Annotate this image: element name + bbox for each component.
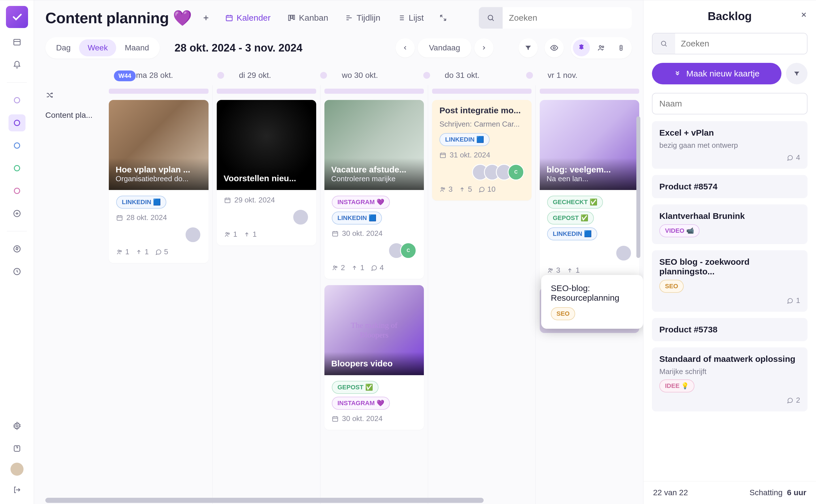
svg-point-17 — [120, 250, 122, 252]
svg-point-4 — [16, 425, 18, 427]
next-icon[interactable] — [474, 38, 494, 57]
svg-point-29 — [551, 269, 553, 270]
topbar: Content planning 💜 Kalender Kanban Tijdl… — [34, 0, 643, 34]
backlog-search — [652, 33, 808, 54]
name-input[interactable] — [653, 93, 807, 114]
tag-seo: SEO — [659, 280, 684, 293]
svg-rect-18 — [225, 198, 230, 203]
circle-3[interactable] — [8, 137, 25, 154]
grouping-toggle — [571, 37, 632, 59]
search-icon[interactable] — [653, 33, 675, 54]
seg-maand[interactable]: Maand — [116, 39, 157, 56]
svg-point-27 — [444, 188, 445, 189]
circle-2-active[interactable] — [8, 114, 25, 131]
search-input[interactable] — [503, 7, 632, 29]
users-stat: 2 — [332, 263, 345, 272]
card-subtitle: Schrijven: Carmen Car... — [440, 120, 524, 129]
card[interactable]: Voorstellen nieu...29 okt. 202411 — [217, 100, 316, 245]
card-image: Vacature afstude...Controleren marijke — [324, 100, 424, 190]
users-stat: 1 — [116, 247, 129, 256]
day-column: Vacature afstude...Controleren marijkeIN… — [320, 85, 428, 504]
tag-gecheckt: GECHECKT ✅ — [547, 196, 603, 209]
backlog-card-title: SEO blog - zoekwoord planningsto... — [659, 257, 800, 276]
tab-lijst-label: Lijst — [409, 13, 424, 23]
avatar-stack: C — [388, 242, 417, 259]
view-segment: Dag Week Maand — [45, 37, 160, 59]
prev-icon[interactable] — [395, 38, 415, 57]
backlog-search-input[interactable] — [675, 33, 807, 54]
tag-linkedin: LINKEDIN 🟦 — [116, 196, 166, 209]
card[interactable]: Vacature afstude...Controleren marijkeIN… — [324, 100, 424, 279]
hover-tooltip: SEO-blog: Resourceplanning SEO — [541, 275, 643, 329]
vertical-scrollbar[interactable] — [636, 116, 640, 258]
tab-kanban[interactable]: Kanban — [282, 10, 333, 26]
tab-lijst[interactable]: Lijst — [392, 10, 429, 26]
add-circle-icon[interactable] — [8, 205, 25, 222]
card[interactable]: Post integratie mo...Schrijven: Carmen C… — [432, 100, 532, 200]
users-stat: 3 — [547, 266, 560, 275]
settings-icon[interactable] — [8, 417, 25, 434]
card[interactable]: The making ofBloopersBloopers videoGEPOS… — [324, 285, 424, 430]
avatar: C — [400, 242, 417, 259]
today-button[interactable]: Vandaag — [418, 38, 472, 57]
search-icon[interactable] — [479, 7, 503, 29]
people-icon[interactable] — [593, 39, 610, 56]
circle-1[interactable] — [8, 92, 25, 109]
user-avatar[interactable] — [10, 463, 24, 476]
seg-dag[interactable]: Dag — [48, 39, 79, 56]
avatar — [292, 209, 309, 225]
left-rail — [0, 0, 34, 504]
backlog-filter-icon[interactable] — [786, 63, 808, 84]
backlog-card[interactable]: Excel + vPlanbezig gaan met ontwerp4 — [652, 121, 808, 169]
seg-week[interactable]: Week — [79, 39, 116, 56]
tooltip-tag: SEO — [551, 307, 575, 320]
backlog-card[interactable]: Product #8574 — [652, 175, 808, 198]
footer-count: 22 van 22 — [653, 488, 688, 497]
day-4: vr 1 nov. — [548, 71, 578, 80]
tab-kalender[interactable]: Kalender — [220, 10, 276, 26]
toolbar: Dag Week Maand 28 okt. 2024 - 3 nov. 202… — [34, 34, 643, 65]
new-card-button[interactable]: Maak nieuw kaartje — [652, 63, 781, 84]
add-icon[interactable] — [199, 10, 213, 25]
puzzle-icon[interactable] — [573, 39, 590, 56]
bell-icon[interactable] — [8, 56, 25, 73]
upload-stat: 1 — [566, 266, 580, 275]
card-subtitle: Controleren marijke — [331, 174, 417, 183]
card[interactable]: blog: veelgem...Na een lan...GECHECKT ✅G… — [540, 100, 639, 281]
comments-stat: 10 — [478, 185, 496, 194]
avatar-stack: C — [472, 164, 524, 180]
backlog-card[interactable]: Product #5738 — [652, 318, 808, 341]
tag-linkedin: LINKEDIN 🟦 — [440, 133, 490, 146]
help-icon[interactable] — [8, 440, 25, 457]
shuffle-icon[interactable] — [45, 91, 62, 99]
logout-icon[interactable] — [8, 481, 25, 498]
card[interactable]: Hoe vplan vplan ...Organisatiebreed do..… — [109, 100, 208, 263]
day-dot — [423, 72, 430, 79]
backlog-card[interactable]: Klantverhaal BruninkVIDEO 📹 — [652, 204, 808, 244]
circle-5[interactable] — [8, 182, 25, 199]
compass-icon[interactable] — [8, 240, 25, 257]
backlog-panel: Backlog Maak nieuw kaartje Excel + vPlan… — [643, 0, 816, 504]
backlog-card[interactable]: SEO blog - zoekwoord planningsto...SEO1 — [652, 250, 808, 312]
card-subtitle: Organisatiebreed do... — [116, 174, 202, 183]
horizontal-scrollbar[interactable] — [45, 498, 484, 503]
avatar-stack — [292, 209, 309, 225]
resource-icon[interactable] — [613, 39, 630, 56]
avatar: C — [508, 164, 524, 180]
circle-4[interactable] — [8, 160, 25, 177]
tag-gepost: GEPOST ✅ — [332, 381, 378, 394]
svg-rect-25 — [440, 153, 446, 158]
clock-icon[interactable] — [8, 263, 25, 280]
eye-icon[interactable] — [545, 38, 564, 57]
filter-icon[interactable] — [519, 38, 538, 57]
backlog-card[interactable]: Standaard of maatwerk oplossingMarijke s… — [652, 347, 808, 411]
tag-linkedin: LINKEDIN 🟦 — [547, 227, 597, 240]
expand-icon[interactable] — [436, 10, 451, 25]
svg-point-22 — [333, 266, 335, 268]
logo[interactable] — [6, 6, 28, 28]
tag-instagram: INSTAGRAM 💜 — [332, 196, 390, 209]
boards-icon[interactable] — [8, 34, 25, 51]
tab-tijdlijn[interactable]: Tijdlijn — [340, 10, 385, 26]
close-icon[interactable] — [800, 11, 808, 18]
row-label: Content pla... — [45, 111, 105, 120]
